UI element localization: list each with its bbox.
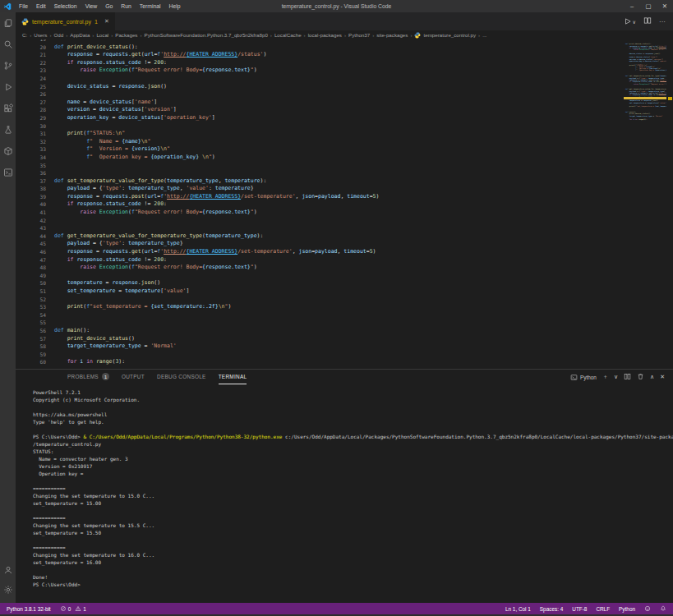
package-extension-icon[interactable] (2, 145, 14, 157)
terminal-dropdown-icon[interactable]: ∨ (614, 374, 618, 380)
panel-tab-terminal[interactable]: TERMINAL (219, 370, 247, 384)
problems-indicator[interactable]: 0 1 (60, 605, 86, 612)
terminal-line: PS C:\Users\Odd> (33, 581, 673, 588)
minimap[interactable]: def print_device_status(): response = re… (624, 41, 666, 369)
breadcrumb-item[interactable]: C: (22, 32, 27, 38)
breadcrumb-item[interactable]: PythonSoftwareFoundation.Python.3.7_qbz5… (145, 32, 268, 38)
indentation-indicator[interactable]: Spaces: 4 (540, 606, 563, 612)
terminal-line: Type 'help' to get help. (33, 418, 673, 425)
feedback-smiley-icon[interactable] (644, 605, 651, 612)
account-icon[interactable] (2, 563, 14, 576)
menu-selection[interactable]: Selection (50, 3, 81, 9)
remote-terminal-icon[interactable] (2, 166, 14, 178)
line-number: 50 (16, 279, 54, 287)
extensions-icon[interactable] (2, 102, 14, 114)
breadcrumb-item[interactable]: Odd (53, 32, 63, 38)
menu-view[interactable]: View (81, 3, 102, 9)
terminal-line: /temperature_control.py (33, 440, 673, 448)
minimap-line: print(f"set_temperature = {set_temperatu… (625, 105, 666, 107)
run-debug-icon[interactable] (2, 80, 14, 93)
terminal-output[interactable]: PowerShell 7.2.1Copyright (c) Microsoft … (16, 384, 673, 603)
encoding-indicator[interactable]: UTF-8 (572, 606, 587, 612)
line-number: 57 (16, 335, 54, 343)
code-line: 30 (16, 122, 623, 131)
testing-icon[interactable] (2, 123, 14, 136)
kill-terminal-button[interactable] (637, 373, 644, 382)
code-line: 41 raise Exception(f"Request error! Body… (16, 209, 623, 217)
breadcrumb-item[interactable]: local-packages (308, 32, 342, 38)
split-editor-button[interactable] (643, 16, 652, 26)
maximize-button[interactable]: ▢ (640, 0, 657, 12)
code-line: 56def main(): (16, 327, 623, 335)
panel-tab-problems[interactable]: PROBLEMS1 (67, 370, 109, 384)
tab-temperature-control[interactable]: temperature_control.py 1 ✕ (16, 12, 116, 30)
breadcrumb-item[interactable]: site-packages (376, 32, 408, 38)
line-number: 47 (16, 256, 54, 264)
line-number: 40 (16, 200, 54, 209)
breadcrumb-separator: › (140, 32, 141, 38)
minimap-line: f" Operation key = {operation_key} \n") (625, 69, 666, 71)
source-control-icon[interactable] (2, 59, 14, 71)
line-number: 42 (16, 217, 54, 225)
breadcrumb-item[interactable]: Local (96, 32, 108, 38)
code-line: 27 name = device_status['name'] (16, 99, 623, 107)
breadcrumb-item[interactable]: temperature_control.py (423, 32, 476, 38)
menu-edit[interactable]: Edit (32, 3, 50, 9)
cursor-position-indicator[interactable]: Ln 1, Col 1 (505, 606, 531, 612)
code-line: 43 (16, 224, 623, 232)
code-line: 53 print(f"set_temperature = {set_temper… (16, 303, 623, 311)
breadcrumb-item[interactable]: Users (34, 32, 47, 38)
line-number: 37 (16, 177, 54, 186)
breadcrumb-item[interactable]: AppData (70, 32, 90, 38)
code-line: 58 target_temperature_type = 'Normal' (16, 342, 623, 351)
tab-close-icon[interactable]: ✕ (104, 18, 109, 25)
breadcrumb-separator: › (270, 32, 272, 38)
line-number: 58 (16, 342, 54, 351)
line-number: 27 (16, 99, 54, 107)
code-line: 22 if response.status_code != 200: (16, 59, 623, 67)
menu-terminal[interactable]: Terminal (136, 3, 165, 9)
shell-selector[interactable]: Python (570, 374, 597, 381)
panel-tab-output[interactable]: OUTPUT (122, 370, 145, 384)
breadcrumb-separator: › (410, 32, 412, 38)
breadcrumb-item[interactable]: Python37 (348, 32, 370, 38)
terminal-line: =========== (33, 514, 673, 522)
bottom-panel: PROBLEMS1OUTPUTDEBUG CONSOLETERMINAL Pyt… (16, 369, 673, 603)
terminal-line: Changing the set temperature to 15.0 C..… (33, 492, 673, 499)
search-icon[interactable] (2, 38, 14, 50)
code-line: 25 device_status = response.json() (16, 83, 623, 91)
breadcrumb-item[interactable]: ... (482, 32, 486, 38)
more-actions-button[interactable]: ··· (659, 18, 666, 25)
menu-help[interactable]: Help (164, 3, 184, 9)
split-terminal-button[interactable] (624, 373, 631, 382)
line-number: 45 (16, 240, 54, 248)
line-number: 30 (16, 122, 54, 131)
new-terminal-button[interactable]: ＋ (602, 373, 608, 381)
explorer-icon[interactable] (2, 16, 14, 29)
eol-indicator[interactable]: CRLF (596, 606, 610, 612)
run-dropdown-icon[interactable]: ∨ (633, 19, 636, 25)
language-mode-indicator[interactable]: Python (619, 606, 635, 612)
menu-file[interactable]: File (15, 3, 32, 9)
line-number: 49 (16, 272, 54, 280)
terminal-line (33, 403, 673, 411)
settings-gear-icon[interactable] (2, 583, 14, 595)
close-window-button[interactable]: ✕ (657, 0, 673, 12)
run-button[interactable]: ∨ (624, 17, 636, 25)
notifications-bell-icon[interactable] (660, 605, 666, 612)
python-interpreter-indicator[interactable]: Python 3.8.1 32-bit (7, 606, 51, 612)
breadcrumb-item[interactable]: Packages (115, 32, 137, 38)
minimize-button[interactable]: – (624, 0, 640, 12)
line-number: 38 (16, 185, 54, 193)
warning-icon (75, 605, 81, 612)
panel-tab-debug-console[interactable]: DEBUG CONSOLE (157, 370, 206, 384)
code-editor[interactable]: 19 20def print_device_status():21 respon… (16, 39, 673, 369)
menu-go[interactable]: Go (101, 3, 117, 9)
overview-ruler[interactable] (666, 39, 673, 369)
maximize-panel-button[interactable]: ∧ (650, 374, 654, 380)
breadcrumb-item[interactable]: LocalCache (274, 32, 302, 38)
window-title: temperature_control.py - Visual Studio C… (282, 3, 392, 9)
warning-marker (668, 97, 672, 100)
close-panel-button[interactable]: ✕ (660, 374, 665, 380)
menu-run[interactable]: Run (117, 3, 135, 9)
